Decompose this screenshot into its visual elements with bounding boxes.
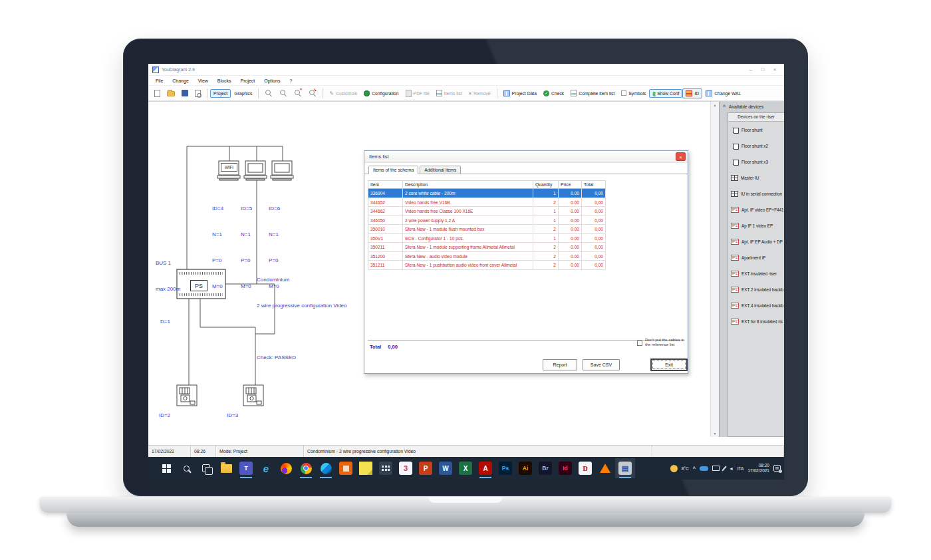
scroll-up-icon[interactable]: ▲ <box>714 103 717 107</box>
device-item-apt-if-ep-audio[interactable]: IF2Apt. IF EP Audio + DP <box>728 233 784 249</box>
menu-blocks[interactable]: Blocks <box>213 78 236 83</box>
zoom-reset-button[interactable] <box>291 88 305 98</box>
diagram-canvas[interactable]: WiFi PS ID=4 N=1 P=0 M=0 ID=5 N=1 P=0 M=… <box>148 102 719 437</box>
onedrive-icon[interactable] <box>700 466 708 471</box>
save-csv-button[interactable]: Save CSV <box>583 359 620 370</box>
tab-items-of-schema[interactable]: Items of the schema <box>368 166 418 174</box>
word-button[interactable]: W <box>436 458 456 478</box>
collapse-icon[interactable]: ^ <box>723 104 726 109</box>
chrome-button[interactable] <box>296 458 316 478</box>
menu-change[interactable]: Change <box>168 78 194 83</box>
mode-project-button[interactable]: Project <box>210 89 231 98</box>
table-row[interactable]: 351211Sfera New - 1 pushbutton audio vid… <box>368 261 606 270</box>
device-entrance-panel-3[interactable] <box>243 385 263 406</box>
bridge-button[interactable]: Br <box>535 458 555 478</box>
taskbar-clock[interactable]: 08:20 17/02/2021 <box>747 463 769 474</box>
vlc-button[interactable] <box>595 458 615 478</box>
acrobat-button[interactable]: A <box>475 458 495 478</box>
items-list-button[interactable]: Items list <box>433 88 466 98</box>
table-row[interactable]: 3369042 core white cable - 200m10.000,00 <box>368 189 606 198</box>
indesign-button[interactable]: Id <box>555 458 575 478</box>
speaker-icon[interactable]: ◄ <box>729 466 733 471</box>
device-item-master-iu[interactable]: Master IU <box>728 170 784 186</box>
save-button[interactable] <box>178 88 192 98</box>
excel-button[interactable]: X <box>456 458 475 478</box>
menu-view[interactable]: View <box>194 78 213 83</box>
display-icon[interactable] <box>712 466 720 471</box>
office-button[interactable] <box>336 458 356 478</box>
edge-button[interactable] <box>316 458 336 478</box>
project-data-button[interactable]: Project Data <box>500 88 540 98</box>
dialog-titlebar[interactable]: Items list × <box>364 151 688 163</box>
zoom-out-button[interactable] <box>276 88 291 98</box>
device-entrance-panel-2[interactable] <box>177 385 197 406</box>
device-item-ap-if-1-video[interactable]: IF2Ap IF 1 video EP <box>728 217 784 233</box>
new-file-button[interactable] <box>151 88 164 99</box>
complete-item-list-button[interactable]: Complete item list <box>567 88 618 98</box>
search-button[interactable] <box>176 458 196 478</box>
minimize-button[interactable]: – <box>745 65 756 75</box>
device-item-floor-shunt[interactable]: Floor shunt <box>728 122 784 138</box>
canvas-vertical-scrollbar[interactable]: ▲ ▼ <box>710 102 719 437</box>
device-item-ext-4-insulated[interactable]: IF2EXT 4 insulated backb <box>728 297 784 313</box>
report-button[interactable]: Report <box>543 359 577 370</box>
exit-button[interactable]: Exit <box>650 358 688 371</box>
open-file-button[interactable] <box>164 88 178 98</box>
show-conf-button[interactable]: (((Show Conf <box>649 89 682 98</box>
sticky-notes-button[interactable] <box>356 458 376 478</box>
mode-graphics-button[interactable]: Graphics <box>231 89 255 98</box>
configuration-button[interactable]: Configuration <box>360 88 402 98</box>
tray-expand-icon[interactable]: ^ <box>693 466 696 471</box>
weather-icon[interactable] <box>670 465 678 472</box>
notification-center-icon[interactable] <box>773 465 781 472</box>
id-button[interactable]: ID <box>682 88 702 98</box>
close-button[interactable]: × <box>769 65 780 75</box>
symbols-button[interactable]: Symbols <box>618 88 649 98</box>
tab-additional-items[interactable]: Additional items <box>420 166 461 174</box>
d-app-button[interactable]: D <box>575 458 595 478</box>
language-indicator[interactable]: ITA <box>737 466 744 471</box>
zoom-in-button[interactable] <box>261 88 276 98</box>
check-button[interactable]: ✓Check <box>540 88 567 98</box>
sidebar-header[interactable]: ^ Available devices <box>720 102 784 112</box>
scroll-down-icon[interactable]: ▼ <box>714 432 717 436</box>
zoom-fit-button[interactable] <box>305 88 320 98</box>
file-explorer-button[interactable] <box>216 458 236 478</box>
temperature-label[interactable]: 8°C <box>682 466 689 471</box>
device-item-ext-8-insulated[interactable]: IF2EXT for 8 insulated ris <box>728 313 784 329</box>
menu-options[interactable]: Options <box>259 78 285 83</box>
table-row[interactable]: 350211Sfera New - 1 module supporting fr… <box>368 243 606 252</box>
table-row[interactable]: 350010Sfera New - 1 module flush mounted… <box>368 225 606 234</box>
change-wal-button[interactable]: Change WAL <box>702 88 744 98</box>
device-monitor-2[interactable] <box>244 161 267 180</box>
device-item-apt-if-video[interactable]: IF2Apt. IF video EP+F441 <box>728 202 784 217</box>
device-monitor-3[interactable] <box>271 161 293 180</box>
pdf-file-button[interactable]: PDF file <box>402 88 433 99</box>
customize-button[interactable]: ✎Customize <box>326 88 360 98</box>
remove-button[interactable]: ×Remove <box>466 88 494 98</box>
dialog-close-button[interactable]: × <box>676 152 686 161</box>
app-titlebar[interactable]: YouDiagram 2.9 – □ × <box>148 64 784 76</box>
task-view-button[interactable] <box>196 458 216 478</box>
device-item-apartment-if[interactable]: IF2Apartment IF <box>728 249 784 265</box>
calculator-button[interactable] <box>376 458 396 478</box>
table-row[interactable]: 351200Sfera New - audio video module20.0… <box>368 252 606 261</box>
devices-list-header[interactable]: Devices on the riser <box>728 113 784 122</box>
youdiagram-taskbar-button[interactable]: ▤ <box>615 458 635 478</box>
powerpoint-button[interactable]: P <box>416 458 436 478</box>
maximize-button[interactable]: □ <box>757 65 768 75</box>
print-preview-button[interactable] <box>192 88 204 99</box>
table-row[interactable]: 3460502 wire power supply 1,2 A10.000,00 <box>368 216 606 225</box>
device-item-ext-2-insulated[interactable]: IF2EXT 2 insulated backb <box>728 281 784 297</box>
menu-help[interactable]: ? <box>285 78 297 83</box>
cables-checkbox[interactable] <box>637 341 642 346</box>
pen-icon[interactable] <box>722 466 726 471</box>
start-button[interactable] <box>156 458 176 478</box>
illustrator-button[interactable]: Ai <box>515 458 535 478</box>
photoshop-button[interactable]: Ps <box>495 458 515 478</box>
device-item-floor-shunt-x2[interactable]: Floor shunt x2 <box>728 138 784 154</box>
menu-file[interactable]: File <box>151 78 168 83</box>
device-item-floor-shunt-x3[interactable]: Floor shunt x3 <box>728 154 784 170</box>
device-item-ext-insulated-riser[interactable]: IF2EXT insulated riser <box>728 265 784 281</box>
menu-project[interactable]: Project <box>235 78 259 83</box>
